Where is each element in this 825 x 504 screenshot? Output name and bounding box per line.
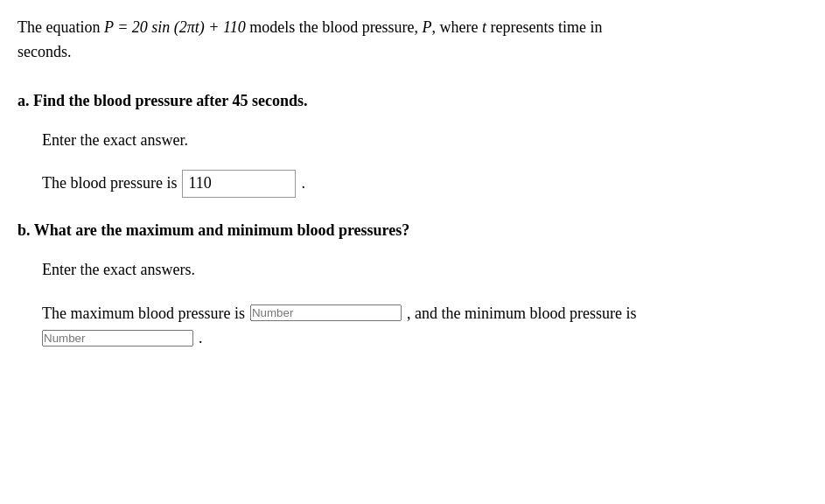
part-a: a. Find the blood pressure after 45 seco… [17, 89, 808, 198]
part-b-letter: b. [17, 221, 31, 239]
part-b: b. What are the maximum and minimum bloo… [17, 219, 808, 347]
part-a-instruction: Enter the exact answer. [42, 129, 808, 152]
part-b-max-prefix: The maximum blood pressure is [42, 299, 245, 327]
intro-text-line1: The equation P = 20 sin (2πt) + 110 mode… [17, 18, 603, 36]
part-a-letter: a. [17, 92, 30, 109]
part-b-max-input[interactable] [250, 304, 402, 321]
equation-display: P = 20 sin (2πt) + 110 [104, 18, 246, 36]
part-a-question: Find the blood pressure after 45 seconds… [33, 92, 308, 109]
part-b-min-input[interactable] [42, 330, 193, 346]
part-b-label: b. What are the maximum and minimum bloo… [17, 219, 808, 242]
intro-text-line2: seconds. [17, 43, 72, 60]
part-a-answer-prefix: The blood pressure is [42, 172, 177, 195]
part-a-answer-input[interactable] [182, 170, 296, 198]
part-b-question: What are the maximum and minimum blood p… [34, 221, 410, 239]
part-b-period: . [199, 329, 203, 347]
part-a-answer-row: The blood pressure is . [42, 170, 808, 198]
part-a-period: . [301, 172, 305, 195]
part-a-label: a. Find the blood pressure after 45 seco… [17, 89, 808, 113]
part-b-min-row: . [42, 329, 808, 347]
part-b-max-row: The maximum blood pressure is , and the … [42, 299, 808, 327]
intro-paragraph: The equation P = 20 sin (2πt) + 110 mode… [17, 16, 808, 65]
part-b-instruction: Enter the exact answers. [42, 258, 808, 282]
part-b-mid-text: , and the minimum blood pressure is [407, 299, 636, 327]
